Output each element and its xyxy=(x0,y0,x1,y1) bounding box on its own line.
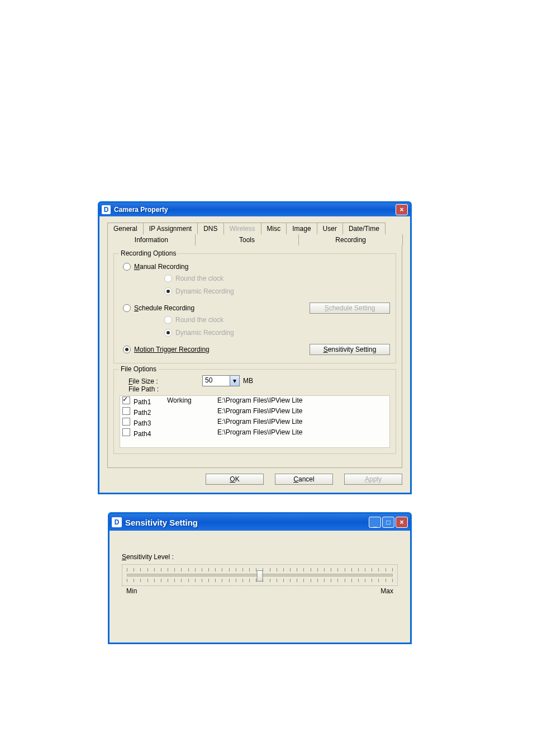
ok-button[interactable]: OKOK xyxy=(206,474,264,485)
recording-options-group: Recording Options MManual Recordinganual… xyxy=(113,253,396,363)
tab-information[interactable]: Information xyxy=(107,234,196,245)
radio-schedule-round-clock: Round the clock xyxy=(164,316,223,324)
slider-track[interactable] xyxy=(127,574,393,577)
sensitivity-setting-window: D Sensitivity Setting _ □ × Sensitivity … xyxy=(108,512,412,644)
close-icon: × xyxy=(399,206,403,214)
tab-dns[interactable]: DNS xyxy=(197,223,223,234)
maximize-button[interactable]: □ xyxy=(382,517,394,528)
slider-thumb[interactable] xyxy=(257,570,263,582)
path1-path: E:\Program Files\IPView Lite xyxy=(217,396,387,406)
sensitivity-setting-button[interactable]: Sensitivity SettingSensitivity Setting xyxy=(310,344,390,355)
file-size-value: 50 xyxy=(203,376,230,386)
tab-recording[interactable]: Recording xyxy=(298,234,403,245)
radio-manual-dynamic: Dynamic Recording xyxy=(164,287,234,295)
app-icon-2: D xyxy=(112,517,122,527)
path1-checkbox[interactable] xyxy=(122,396,134,404)
radio-manual-recording[interactable]: MManual Recordinganual Recording xyxy=(123,263,188,271)
path3-checkbox[interactable] xyxy=(122,418,134,426)
path-row-3[interactable]: Path3 E:\Program Files\IPView Lite xyxy=(120,417,389,428)
path3-path: E:\Program Files\IPView Lite xyxy=(217,418,387,427)
path2-path: E:\Program Files\IPView Lite xyxy=(217,407,387,417)
sensitivity-slider[interactable] xyxy=(122,564,398,586)
tabs-row-1: General IP Assignment DNS Wireless Misc … xyxy=(107,222,402,234)
file-options-legend: File Options xyxy=(118,365,159,373)
close-button[interactable]: × xyxy=(396,204,408,215)
titlebar-2[interactable]: D Sensitivity Setting _ □ × xyxy=(110,514,410,531)
maximize-icon: □ xyxy=(386,518,390,526)
tabs-row-2: Information Tools Recording xyxy=(107,234,402,245)
slider-min-label: Min xyxy=(126,587,137,595)
close-button-2[interactable]: × xyxy=(396,517,408,528)
radio-schedule-dynamic: Dynamic Recording xyxy=(164,329,234,337)
file-path-label: File Path : xyxy=(129,385,159,393)
file-size-unit: MB xyxy=(243,377,253,385)
tab-user[interactable]: User xyxy=(317,223,343,234)
path-row-4[interactable]: Path4 E:\Program Files\IPView Lite xyxy=(120,428,389,438)
file-size-dropdown[interactable]: 50 ▾ xyxy=(202,375,240,386)
tab-wireless: Wireless xyxy=(223,223,261,234)
path2-checkbox[interactable] xyxy=(122,407,134,415)
chevron-down-icon[interactable]: ▾ xyxy=(230,376,239,386)
file-path-list: Path1 Working E:\Program Files\IPView Li… xyxy=(120,395,390,448)
close-icon-2: × xyxy=(399,518,403,526)
tab-datetime[interactable]: Date/Time xyxy=(342,223,386,234)
recording-options-legend: Recording Options xyxy=(118,249,178,257)
titlebar[interactable]: D Camera Property × xyxy=(99,203,410,216)
app-icon: D xyxy=(102,205,111,214)
dialog-buttons: OKOK CancelCancel ApplyApply xyxy=(107,474,402,485)
tab-ip-assignment[interactable]: IP Assignment xyxy=(143,223,198,234)
radio-schedule-recording[interactable]: Schedule RecordingSchedule Recording xyxy=(123,304,194,312)
cancel-button[interactable]: CancelCancel xyxy=(275,474,333,485)
path-row-2[interactable]: Path2 E:\Program Files\IPView Lite xyxy=(120,407,389,417)
window-title-2: Sensitivity Setting xyxy=(125,518,368,527)
path1-status: Working xyxy=(167,396,212,406)
path4-path: E:\Program Files\IPView Lite xyxy=(217,428,387,438)
path3-status xyxy=(167,418,212,427)
radio-manual-round-clock: Round the clock xyxy=(164,275,223,282)
path-row-1[interactable]: Path1 Working E:\Program Files\IPView Li… xyxy=(120,396,389,407)
path4-status xyxy=(167,428,212,438)
schedule-setting-button: Schedule SettingSchedule Setting xyxy=(310,303,390,314)
tab-general[interactable]: General xyxy=(107,223,144,234)
path2-status xyxy=(167,407,212,417)
file-options-group: File Options File Size :File Size : File… xyxy=(113,369,396,454)
minimize-button[interactable]: _ xyxy=(369,517,381,528)
minimize-icon: _ xyxy=(373,520,377,528)
tab-misc[interactable]: Misc xyxy=(261,223,287,234)
window-title: Camera Property xyxy=(114,206,394,214)
tab-tools[interactable]: Tools xyxy=(195,234,299,245)
apply-button: ApplyApply xyxy=(344,474,402,485)
sensitivity-label: Sensitivity Level :Sensitivity Level : xyxy=(122,553,398,561)
tab-image[interactable]: Image xyxy=(286,223,317,234)
slider-max-label: Max xyxy=(380,587,393,595)
radio-motion-trigger[interactable]: Motion Trigger RecordingMotion Trigger R… xyxy=(123,346,210,353)
camera-property-window: D Camera Property × General IP Assignmen… xyxy=(98,201,412,494)
path4-checkbox[interactable] xyxy=(122,428,134,436)
tab-panel-recording: Recording Options MManual Recordinganual… xyxy=(107,245,402,468)
